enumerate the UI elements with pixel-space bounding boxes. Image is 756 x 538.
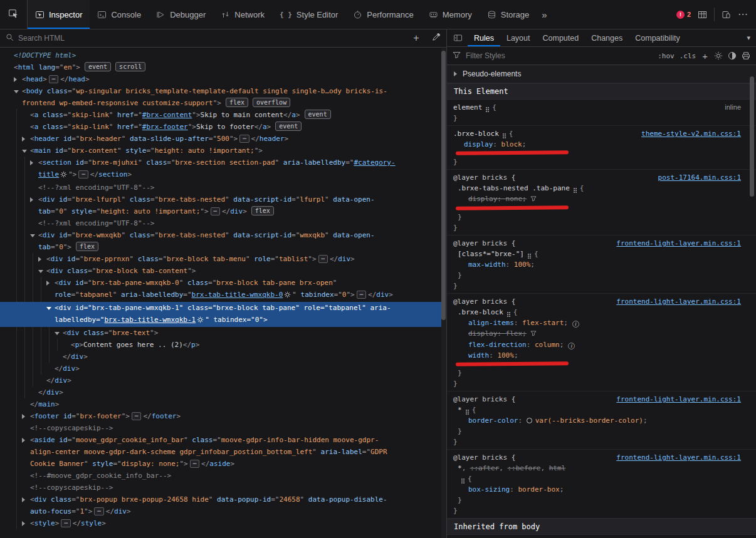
collapsed-content-button[interactable]: ⋯ xyxy=(190,460,199,468)
sidebar-tab-rules[interactable]: Rules xyxy=(468,29,500,46)
css-declaration[interactable]: max-width: 100%; xyxy=(453,259,741,270)
stylesheet-link[interactable]: frontend-light-layer.min.css:1 xyxy=(616,296,741,307)
tree-node[interactable]: <main id="brx-content" style="height: au… xyxy=(0,145,446,157)
css-selector[interactable]: [class*="brxe-"] xyxy=(458,250,524,258)
selector-dots-icon[interactable] xyxy=(574,188,575,189)
collapsed-content-button[interactable]: ⋯ xyxy=(211,207,220,215)
tree-node[interactable]: <html lang="en">eventscroll xyxy=(0,61,446,73)
pick-element-icon[interactable] xyxy=(0,0,28,29)
tree-node-wrap[interactable]: align-center moove-gdpr-dark-scheme gdpr… xyxy=(0,446,446,458)
tab-network[interactable]: Network xyxy=(213,0,272,29)
tree-node[interactable]: </div> xyxy=(0,375,446,386)
tree-node[interactable]: <div id="brx-tab-pane-wmxqkb-1" class="b… xyxy=(0,302,446,314)
event-badge[interactable]: event xyxy=(275,122,302,131)
class-panel-toggle[interactable]: .cls xyxy=(680,52,696,60)
css-declaration[interactable]: flex-direction: column;i xyxy=(453,339,741,350)
tree-node[interactable]: <div id="brxe-pprnxn" class="brxe-block … xyxy=(0,253,446,265)
twisty-arrow-icon[interactable] xyxy=(22,150,27,153)
css-selector[interactable]: .brxe-block xyxy=(458,308,503,316)
css-declaration[interactable]: display: block; xyxy=(453,139,741,150)
tree-node-wrap[interactable]: tab="0">flex xyxy=(0,241,446,253)
twisty-arrow-icon[interactable] xyxy=(22,521,25,526)
tree-node[interactable]: <footer id="brx-footer">⋯</footer> xyxy=(0,410,446,422)
info-icon[interactable]: i xyxy=(572,321,579,328)
css-selector[interactable]: html xyxy=(549,464,566,472)
tab-memory[interactable]: Memory xyxy=(421,0,480,29)
twisty-arrow-icon[interactable] xyxy=(30,160,33,165)
collapsed-content-button[interactable]: ⋯ xyxy=(49,75,58,83)
three-pane-toggle-icon[interactable] xyxy=(447,29,468,46)
collapsed-content-button[interactable]: ⋯ xyxy=(61,519,70,527)
twisty-arrow-icon[interactable] xyxy=(55,332,60,335)
tab-style-editor[interactable]: { }Style Editor xyxy=(272,0,345,29)
twisty-arrow-icon[interactable] xyxy=(38,270,43,273)
tab-console[interactable]: Console xyxy=(90,0,149,29)
print-simulation-icon[interactable] xyxy=(742,51,750,60)
tree-node-wrap[interactable]: tab="0" style="height: auto !important;"… xyxy=(0,205,446,217)
stylesheet-link[interactable]: frontend-light-layer.min.css:1 xyxy=(616,452,741,463)
tree-node[interactable]: <header id="brx-header" data-slide-up-af… xyxy=(0,133,446,145)
pseudo-class-panel-toggle[interactable]: :hov xyxy=(658,52,675,60)
twisty-arrow-icon[interactable] xyxy=(14,90,19,93)
select-node-icon[interactable] xyxy=(60,170,67,182)
tree-node[interactable]: <div class="brx-popup brxe-popup-24658 h… xyxy=(0,494,446,505)
collapsed-content-button[interactable]: ⋯ xyxy=(78,170,88,178)
tab-storage[interactable]: Storage xyxy=(480,0,537,29)
tree-node[interactable]: <div class="brxe-block tab-content"> xyxy=(0,265,446,277)
twisty-arrow-icon[interactable] xyxy=(22,438,25,443)
sidebar-tab-compatibility[interactable]: Compatibility xyxy=(629,29,686,46)
tree-node[interactable]: </main> xyxy=(0,398,446,410)
tree-node[interactable]: <!--copyscapeskip--> xyxy=(0,422,446,434)
tree-node[interactable]: <body class="wp-singular bricks_template… xyxy=(0,85,446,97)
responsive-design-icon[interactable] xyxy=(722,10,731,19)
css-declaration[interactable]: border-color: var(--bricks-border-color)… xyxy=(453,415,741,426)
tree-node[interactable]: <div id="brxe-wmxqkb" class="brxe-tabs-n… xyxy=(0,229,446,241)
tree-node[interactable]: <div class="brxe-text"> xyxy=(0,327,446,339)
twisty-arrow-icon[interactable] xyxy=(22,137,25,142)
flex-badge[interactable]: flex xyxy=(76,242,98,251)
filter-styles-input[interactable]: Filter Styles xyxy=(466,51,653,60)
info-icon[interactable]: i xyxy=(568,343,575,349)
tree-node-wrap[interactable]: Cookie Banner" style="display: none;">⋯<… xyxy=(0,458,446,470)
twisty-arrow-icon[interactable] xyxy=(46,281,50,286)
twisty-arrow-icon[interactable] xyxy=(46,307,51,310)
tree-node[interactable]: </div> xyxy=(0,351,446,363)
css-selector[interactable]: * xyxy=(458,406,462,414)
css-declaration[interactable]: display: flex; xyxy=(453,328,741,339)
sidebar-tab-computed[interactable]: Computed xyxy=(537,29,585,46)
tree-node-wrap[interactable]: role="tabpanel" aria-labelledby="brx-tab… xyxy=(0,289,446,302)
eyedropper-icon[interactable] xyxy=(426,29,446,47)
tree-node-wrap[interactable]: labelledby="brx-tab-title-wmxqkb-1" tabi… xyxy=(0,314,446,327)
css-selector[interactable]: .brxe-block xyxy=(453,130,499,138)
light-scheme-icon[interactable] xyxy=(714,51,723,60)
tree-node[interactable]: <!--?xml encoding="UTF-8"--> xyxy=(0,182,446,194)
tree-node-wrap[interactable]: auto-focus="1">⋯</div> xyxy=(0,505,446,517)
overflow-badge[interactable]: overflow xyxy=(253,98,290,107)
selector-dots-icon[interactable] xyxy=(503,133,504,135)
selector-dots-icon[interactable] xyxy=(461,479,463,480)
css-selector[interactable]: element xyxy=(453,103,482,111)
tree-node[interactable]: <!--#moove_gdpr_cookie_info_bar--> xyxy=(0,470,446,482)
tree-node[interactable]: <!--copyscapeskip--> xyxy=(0,482,446,494)
tree-node[interactable]: <!DOCTYPE html> xyxy=(0,49,446,61)
flex-badge[interactable]: flex xyxy=(226,98,248,107)
stylesheet-link[interactable]: frontend-light-layer.min.css:1 xyxy=(616,238,741,249)
twisty-arrow-icon[interactable] xyxy=(14,77,17,82)
scroll-badge[interactable]: scroll xyxy=(115,62,145,71)
tree-node[interactable]: <p>Content goes here .. (2)</p> xyxy=(0,339,446,351)
tab-inspector[interactable]: Inspector xyxy=(28,0,90,29)
css-selector[interactable]: ::after xyxy=(470,464,499,472)
left-scrollbar-thumb[interactable] xyxy=(441,51,446,320)
selector-dots-icon[interactable] xyxy=(466,410,467,411)
tree-node-wrap[interactable]: title">⋯</section> xyxy=(0,168,446,182)
twisty-arrow-icon[interactable] xyxy=(30,197,33,202)
devtools-menu-icon[interactable]: ⋯ xyxy=(738,11,748,18)
tree-node[interactable]: <aside id="moove_gdpr_cookie_info_bar" c… xyxy=(0,434,446,446)
selector-dots-icon[interactable] xyxy=(528,254,529,255)
css-declaration[interactable]: display: none; xyxy=(453,194,741,205)
error-count-badge[interactable]: ! 2 xyxy=(676,11,691,19)
select-node-icon[interactable] xyxy=(284,290,291,302)
rules-scrollbar-thumb[interactable] xyxy=(750,76,754,197)
twisty-arrow-icon[interactable] xyxy=(22,497,25,502)
twisty-arrow-icon[interactable] xyxy=(38,257,41,262)
